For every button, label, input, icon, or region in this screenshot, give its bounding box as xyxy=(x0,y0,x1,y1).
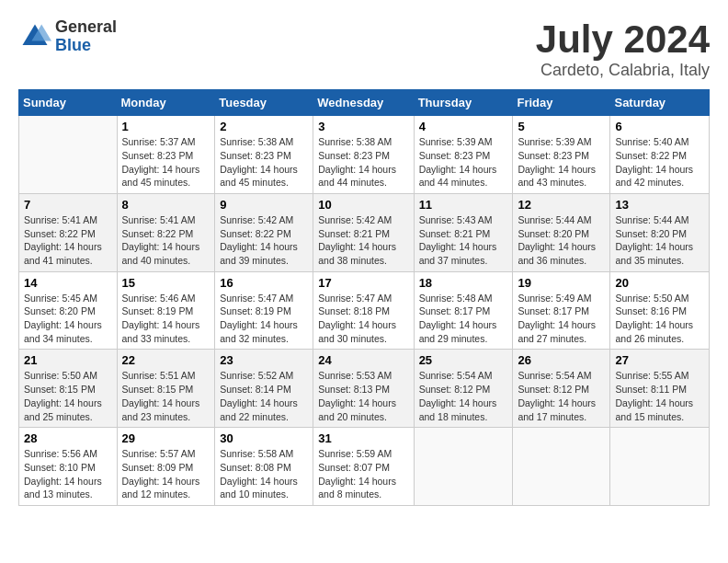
table-row: 1Sunrise: 5:37 AMSunset: 8:23 PMDaylight… xyxy=(117,116,215,194)
table-row: 27Sunrise: 5:55 AMSunset: 8:11 PMDayligh… xyxy=(610,350,710,428)
table-row: 14Sunrise: 5:45 AMSunset: 8:20 PMDayligh… xyxy=(19,271,118,350)
table-row: 9Sunrise: 5:42 AMSunset: 8:22 PMDaylight… xyxy=(215,193,313,271)
table-row: 5Sunrise: 5:39 AMSunset: 8:23 PMDaylight… xyxy=(513,116,610,194)
month-title: July 2024 xyxy=(536,18,710,61)
day-info: Sunrise: 5:53 AMSunset: 8:13 PMDaylight:… xyxy=(318,369,408,423)
header-row: Sunday Monday Tuesday Wednesday Thursday… xyxy=(19,90,710,116)
day-number: 2 xyxy=(220,120,308,133)
day-number: 11 xyxy=(419,198,508,212)
day-number: 25 xyxy=(419,353,508,367)
table-row: 2Sunrise: 5:38 AMSunset: 8:23 PMDaylight… xyxy=(215,116,313,194)
day-info: Sunrise: 5:59 AMSunset: 8:07 PMDaylight:… xyxy=(318,447,408,501)
day-info: Sunrise: 5:52 AMSunset: 8:14 PMDaylight:… xyxy=(220,369,308,423)
day-number: 17 xyxy=(318,276,408,290)
day-number: 23 xyxy=(220,353,308,367)
day-number: 30 xyxy=(220,431,308,445)
page-header: General Blue July 2024 Cardeto, Calabria… xyxy=(18,18,710,80)
calendar-table: Sunday Monday Tuesday Wednesday Thursday… xyxy=(18,89,710,506)
table-row: 30Sunrise: 5:58 AMSunset: 8:08 PMDayligh… xyxy=(215,428,313,506)
table-row: 13Sunrise: 5:44 AMSunset: 8:20 PMDayligh… xyxy=(610,193,710,271)
calendar-row: 21Sunrise: 5:50 AMSunset: 8:15 PMDayligh… xyxy=(19,350,710,428)
day-info: Sunrise: 5:55 AMSunset: 8:11 PMDaylight:… xyxy=(615,369,704,423)
day-info: Sunrise: 5:48 AMSunset: 8:17 PMDaylight:… xyxy=(419,292,508,346)
table-row: 17Sunrise: 5:47 AMSunset: 8:18 PMDayligh… xyxy=(313,271,414,350)
day-number: 9 xyxy=(220,198,308,212)
header-friday: Friday xyxy=(513,90,610,116)
day-number: 19 xyxy=(518,276,605,290)
title-section: July 2024 Cardeto, Calabria, Italy xyxy=(536,18,710,80)
day-info: Sunrise: 5:42 AMSunset: 8:22 PMDaylight:… xyxy=(220,213,308,268)
day-info: Sunrise: 5:54 AMSunset: 8:12 PMDaylight:… xyxy=(518,369,605,423)
logo-text: General Blue xyxy=(55,18,117,55)
table-row: 23Sunrise: 5:52 AMSunset: 8:14 PMDayligh… xyxy=(215,350,313,428)
day-number: 1 xyxy=(122,120,210,133)
table-row: 18Sunrise: 5:48 AMSunset: 8:17 PMDayligh… xyxy=(414,271,513,350)
day-info: Sunrise: 5:58 AMSunset: 8:08 PMDaylight:… xyxy=(220,447,308,501)
location-title: Cardeto, Calabria, Italy xyxy=(536,61,710,80)
day-number: 22 xyxy=(122,353,210,367)
table-row: 20Sunrise: 5:50 AMSunset: 8:16 PMDayligh… xyxy=(610,271,710,350)
day-info: Sunrise: 5:47 AMSunset: 8:19 PMDaylight:… xyxy=(220,292,308,346)
day-info: Sunrise: 5:38 AMSunset: 8:23 PMDaylight:… xyxy=(318,135,408,190)
day-info: Sunrise: 5:54 AMSunset: 8:12 PMDaylight:… xyxy=(419,369,508,423)
day-info: Sunrise: 5:39 AMSunset: 8:23 PMDaylight:… xyxy=(419,135,508,190)
day-info: Sunrise: 5:49 AMSunset: 8:17 PMDaylight:… xyxy=(518,292,605,346)
day-number: 13 xyxy=(615,198,704,212)
day-info: Sunrise: 5:42 AMSunset: 8:21 PMDaylight:… xyxy=(318,213,408,268)
table-row: 12Sunrise: 5:44 AMSunset: 8:20 PMDayligh… xyxy=(513,193,610,271)
calendar-row: 1Sunrise: 5:37 AMSunset: 8:23 PMDaylight… xyxy=(19,116,710,194)
header-saturday: Saturday xyxy=(610,90,710,116)
logo-icon xyxy=(18,20,51,53)
table-row xyxy=(513,428,610,506)
calendar-row: 7Sunrise: 5:41 AMSunset: 8:22 PMDaylight… xyxy=(19,193,710,271)
day-info: Sunrise: 5:57 AMSunset: 8:09 PMDaylight:… xyxy=(122,447,210,501)
table-row: 31Sunrise: 5:59 AMSunset: 8:07 PMDayligh… xyxy=(313,428,414,506)
day-number: 7 xyxy=(24,198,112,212)
day-info: Sunrise: 5:45 AMSunset: 8:20 PMDaylight:… xyxy=(24,292,112,346)
day-number: 14 xyxy=(24,276,112,290)
table-row: 7Sunrise: 5:41 AMSunset: 8:22 PMDaylight… xyxy=(19,193,118,271)
day-info: Sunrise: 5:50 AMSunset: 8:16 PMDaylight:… xyxy=(615,292,704,346)
logo-general: General xyxy=(55,18,117,37)
day-number: 3 xyxy=(318,120,408,133)
table-row: 26Sunrise: 5:54 AMSunset: 8:12 PMDayligh… xyxy=(513,350,610,428)
day-number: 8 xyxy=(122,198,210,212)
day-number: 20 xyxy=(615,276,704,290)
day-number: 31 xyxy=(318,431,408,445)
logo-blue: Blue xyxy=(55,37,117,55)
day-info: Sunrise: 5:38 AMSunset: 8:23 PMDaylight:… xyxy=(220,135,308,190)
day-number: 18 xyxy=(419,276,508,290)
header-thursday: Thursday xyxy=(414,90,513,116)
day-info: Sunrise: 5:44 AMSunset: 8:20 PMDaylight:… xyxy=(615,213,704,268)
table-row: 6Sunrise: 5:40 AMSunset: 8:22 PMDaylight… xyxy=(610,116,710,194)
day-number: 15 xyxy=(122,276,210,290)
table-row: 4Sunrise: 5:39 AMSunset: 8:23 PMDaylight… xyxy=(414,116,513,194)
day-number: 4 xyxy=(419,120,508,133)
day-number: 27 xyxy=(615,353,704,367)
day-info: Sunrise: 5:46 AMSunset: 8:19 PMDaylight:… xyxy=(122,292,210,346)
day-number: 6 xyxy=(615,120,704,133)
table-row: 16Sunrise: 5:47 AMSunset: 8:19 PMDayligh… xyxy=(215,271,313,350)
day-number: 26 xyxy=(518,353,605,367)
day-info: Sunrise: 5:40 AMSunset: 8:22 PMDaylight:… xyxy=(615,135,704,190)
day-number: 28 xyxy=(24,431,112,445)
logo: General Blue xyxy=(18,18,117,55)
day-number: 21 xyxy=(24,353,112,367)
calendar-row: 14Sunrise: 5:45 AMSunset: 8:20 PMDayligh… xyxy=(19,271,710,350)
table-row: 21Sunrise: 5:50 AMSunset: 8:15 PMDayligh… xyxy=(19,350,118,428)
table-row: 10Sunrise: 5:42 AMSunset: 8:21 PMDayligh… xyxy=(313,193,414,271)
day-info: Sunrise: 5:37 AMSunset: 8:23 PMDaylight:… xyxy=(122,135,210,190)
header-wednesday: Wednesday xyxy=(313,90,414,116)
day-number: 10 xyxy=(318,198,408,212)
day-info: Sunrise: 5:50 AMSunset: 8:15 PMDaylight:… xyxy=(24,369,112,423)
table-row: 22Sunrise: 5:51 AMSunset: 8:15 PMDayligh… xyxy=(117,350,215,428)
table-row xyxy=(414,428,513,506)
day-info: Sunrise: 5:51 AMSunset: 8:15 PMDaylight:… xyxy=(122,369,210,423)
day-number: 29 xyxy=(122,431,210,445)
header-monday: Monday xyxy=(117,90,215,116)
day-number: 16 xyxy=(220,276,308,290)
day-info: Sunrise: 5:56 AMSunset: 8:10 PMDaylight:… xyxy=(24,447,112,501)
table-row: 19Sunrise: 5:49 AMSunset: 8:17 PMDayligh… xyxy=(513,271,610,350)
table-row xyxy=(610,428,710,506)
day-number: 12 xyxy=(518,198,605,212)
